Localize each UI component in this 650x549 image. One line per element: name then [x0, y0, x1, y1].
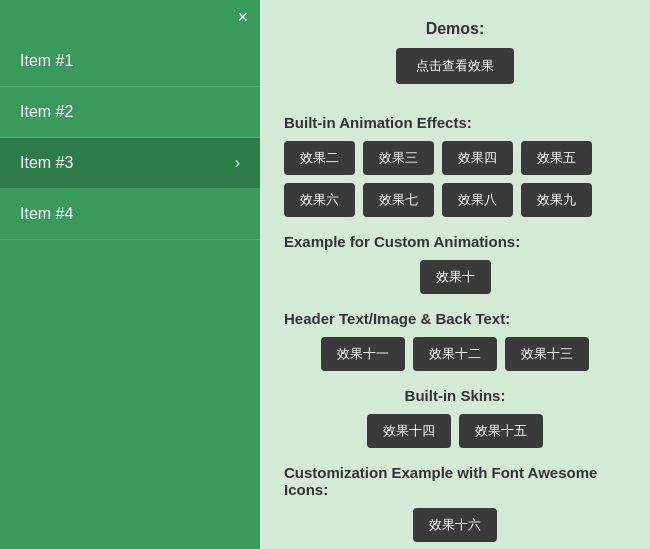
sidebar-item-label-4: Item #4: [20, 205, 73, 223]
section-title-4: Customization Example with Font Awesome …: [284, 464, 626, 498]
close-button[interactable]: ×: [237, 8, 248, 26]
section-animation: Built-in Animation Effects: 效果二 效果三 效果四 …: [284, 114, 626, 217]
btn-3-1[interactable]: 效果十五: [459, 414, 543, 448]
section-skins: Built-in Skins: 效果十四 效果十五: [284, 387, 626, 448]
section-fontawesome: Customization Example with Font Awesome …: [284, 464, 626, 542]
section-header: Header Text/Image & Back Text: 效果十一 效果十二…: [284, 310, 626, 371]
btn-0-1[interactable]: 效果三: [363, 141, 434, 175]
demos-title: Demos:: [284, 20, 626, 38]
section-title-3: Built-in Skins:: [284, 387, 626, 404]
btn-3-0[interactable]: 效果十四: [367, 414, 451, 448]
btn-0-5[interactable]: 效果七: [363, 183, 434, 217]
btn-group-2: 效果十一 效果十二 效果十三: [284, 337, 626, 371]
section-title-2: Header Text/Image & Back Text:: [284, 310, 626, 327]
section-title-1: Example for Custom Animations:: [284, 233, 626, 250]
sidebar: × Item #1 Item #2 Item #3 › Item #4: [0, 0, 260, 549]
btn-0-6[interactable]: 效果八: [442, 183, 513, 217]
content-area: Demos: 点击查看效果 Built-in Animation Effects…: [260, 0, 650, 549]
btn-0-2[interactable]: 效果四: [442, 141, 513, 175]
btn-2-1[interactable]: 效果十二: [413, 337, 497, 371]
btn-group-1: 效果十: [284, 260, 626, 294]
btn-2-2[interactable]: 效果十三: [505, 337, 589, 371]
sidebar-item-1[interactable]: Item #1: [0, 36, 260, 87]
btn-0-4[interactable]: 效果六: [284, 183, 355, 217]
btn-1-0[interactable]: 效果十: [420, 260, 491, 294]
section-custom: Example for Custom Animations: 效果十: [284, 233, 626, 294]
sidebar-item-label-3: Item #3: [20, 154, 73, 172]
btn-group-3: 效果十四 效果十五: [284, 414, 626, 448]
sidebar-item-2[interactable]: Item #2: [0, 87, 260, 138]
sidebar-item-label-2: Item #2: [20, 103, 73, 121]
click-effect-button[interactable]: 点击查看效果: [396, 48, 514, 84]
sidebar-item-label-1: Item #1: [20, 52, 73, 70]
btn-0-7[interactable]: 效果九: [521, 183, 592, 217]
section-title-0: Built-in Animation Effects:: [284, 114, 626, 131]
sidebar-item-4[interactable]: Item #4: [0, 189, 260, 240]
sidebar-item-3[interactable]: Item #3 ›: [0, 138, 260, 189]
btn-4-0[interactable]: 效果十六: [413, 508, 497, 542]
btn-group-0: 效果二 效果三 效果四 效果五 效果六 效果七 效果八 效果九: [284, 141, 626, 217]
btn-group-4: 效果十六: [284, 508, 626, 542]
btn-2-0[interactable]: 效果十一: [321, 337, 405, 371]
btn-0-3[interactable]: 效果五: [521, 141, 592, 175]
btn-0-0[interactable]: 效果二: [284, 141, 355, 175]
chevron-right-icon: ›: [235, 154, 240, 172]
